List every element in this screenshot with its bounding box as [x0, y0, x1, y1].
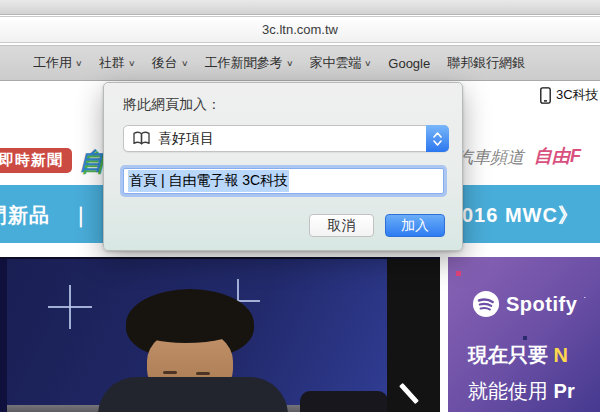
dialog-title: 將此網頁加入： [123, 96, 221, 114]
address-bar-url: 3c.ltn.com.tw [262, 22, 338, 37]
cancel-button[interactable]: 取消 [309, 214, 374, 237]
bookmark-folder-home-cloud[interactable]: 家中雲端 ∨ [309, 54, 371, 72]
bookmark-folder-news-ref[interactable]: 工作新聞參考 ∨ [205, 54, 293, 72]
bookmarks-bar: 工作用 ∨ 社群 ∨ 後台 ∨ 工作新聞參考 ∨ 家中雲端 ∨ Google 聯… [0, 45, 600, 81]
video-letterbox-left [0, 259, 7, 412]
bookmark-folder-social[interactable]: 社群 ∨ [99, 54, 135, 72]
add-button[interactable]: 加入 [385, 214, 445, 237]
chevron-down-icon: ∨ [181, 59, 189, 68]
spotify-logo-icon [472, 290, 500, 318]
bookmark-google[interactable]: Google [388, 56, 430, 71]
mobile-app-link[interactable]: 3C科技 [540, 86, 599, 104]
news-video-thumbnail[interactable] [0, 257, 440, 412]
confetti-dot [456, 271, 461, 276]
bookmark-folder-select[interactable]: 喜好項目 [123, 125, 449, 152]
add-bookmark-dialog: 將此網頁加入： 喜好項目 首頁 | 自由電子報 3C科技 取消 加入 [103, 82, 463, 251]
car-channel-link[interactable]: 汽車頻道 [456, 146, 524, 169]
person-eye [163, 371, 177, 374]
open-book-icon [132, 131, 151, 146]
selected-text: 首頁 | 自由電子報 3C科技 [128, 170, 289, 192]
chevron-down-icon: ∨ [128, 59, 136, 68]
person-suit [98, 377, 288, 412]
trademark-mark: · [583, 292, 586, 302]
window-titlebar [0, 0, 600, 15]
chevron-up-down-icon [426, 125, 449, 152]
liberty-logo-fragment: 自 [79, 145, 103, 177]
mobile-app-label: 3C科技 [556, 86, 599, 104]
live-news-badge[interactable]: 即時新聞 [0, 148, 72, 173]
phone-icon [540, 87, 551, 104]
selected-folder-label: 喜好項目 [158, 130, 214, 148]
chair-back [300, 391, 388, 412]
confetti-dot [523, 336, 527, 340]
spotify-ad-banner[interactable]: Spotify · 現在只要 N 就能使用 Pr [448, 257, 600, 412]
ad-text-line2: 就能使用 Pr [468, 378, 575, 405]
backdrop-plus-marker [48, 285, 92, 329]
video-pillarbox [387, 259, 440, 412]
nav-mwc-link[interactable]: 016 MWC》 ｜ [462, 202, 600, 229]
arrow-fragment-icon [399, 383, 419, 404]
spotify-brand-row: Spotify · [472, 290, 586, 318]
chevron-down-icon: ∨ [365, 59, 373, 68]
chevron-down-icon: ∨ [75, 59, 83, 68]
person-eye [196, 372, 210, 375]
spotify-wordmark: Spotify [506, 293, 577, 316]
ad-text-line1: 現在只要 N [468, 342, 568, 369]
bookmark-name-input[interactable]: 首頁 | 自由電子報 3C科技 [123, 168, 444, 194]
browser-window: 3c.ltn.com.tw 工作用 ∨ 社群 ∨ 後台 ∨ 工作新聞參考 ∨ 家… [0, 0, 600, 412]
liberty-channel-link[interactable]: 自由F [534, 144, 581, 168]
chevron-down-icon: ∨ [286, 59, 294, 68]
ad-price-accent: N [554, 344, 568, 366]
address-bar[interactable]: 3c.ltn.com.tw [0, 16, 600, 43]
bookmark-folder-work[interactable]: 工作用 ∨ [33, 54, 82, 72]
bookmark-union-bank[interactable]: 聯邦銀行網銀 [447, 54, 525, 72]
ad-premium-text: Pr [554, 380, 575, 402]
bookmark-folder-backend[interactable]: 後台 ∨ [152, 54, 188, 72]
